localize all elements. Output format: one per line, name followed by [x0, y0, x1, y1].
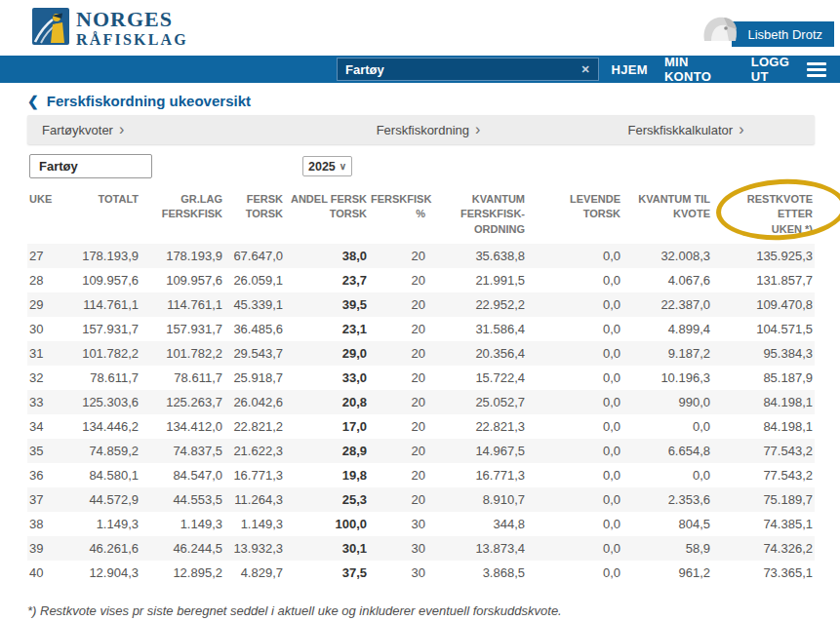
- cell-grlag: 78.611,7: [140, 366, 224, 390]
- cell-kvantum_ordning: 31.586,4: [427, 317, 527, 341]
- year-select[interactable]: 2025 ∨: [302, 156, 352, 176]
- table-row: 381.149,31.149,31.149,3100,030344,80,080…: [27, 512, 815, 536]
- cell-fersk_torsk: 11.264,3: [224, 487, 285, 512]
- cell-kvantum_kvote: 10.196,3: [622, 366, 712, 390]
- cell-kvantum_ordning: 13.873,4: [427, 536, 527, 561]
- cell-uke: 37: [27, 487, 57, 512]
- table-row: 3278.611,778.611,725.918,733,02015.722,4…: [27, 366, 815, 390]
- cell-prosent: 20: [369, 268, 427, 292]
- cell-levende: 0,0: [527, 341, 622, 366]
- table-row: 3744.572,944.553,511.264,325,3208.910,70…: [27, 487, 815, 512]
- cell-levende: 0,0: [527, 512, 622, 536]
- cell-levende: 0,0: [527, 536, 622, 561]
- cell-kvantum_kvote: 961,2: [622, 561, 712, 585]
- user-badge[interactable]: Lisbeth Drotz: [699, 14, 834, 47]
- search-clear-icon[interactable]: ✕: [580, 63, 589, 76]
- column-header-uke: UKE: [27, 189, 57, 244]
- cell-kvantum_kvote: 2.353,6: [622, 487, 712, 512]
- cell-uke: 34: [27, 414, 57, 439]
- column-header-andel: ANDEL FERSK TORSK: [285, 189, 369, 244]
- cell-restkvote: 84.198,1: [712, 414, 815, 439]
- table-row: 34134.446,2134.412,022.821,217,02022.821…: [27, 414, 815, 439]
- cell-totalt: 157.931,7: [57, 317, 140, 341]
- cell-levende: 0,0: [527, 463, 622, 487]
- menu-icon[interactable]: [807, 62, 826, 77]
- cell-grlag: 44.553,5: [140, 487, 224, 512]
- cell-fersk_torsk: 1.149,3: [224, 512, 285, 536]
- cell-fersk_torsk: 29.543,7: [224, 341, 285, 366]
- cell-restkvote: 104.571,5: [712, 317, 815, 341]
- cell-totalt: 84.580,1: [57, 463, 140, 487]
- tab-label: Ferskfiskkalkulator: [628, 123, 734, 137]
- cell-andel: 20,8: [285, 390, 369, 414]
- cell-grlag: 178.193,9: [140, 244, 224, 268]
- tab-ferskfiskkalkulator[interactable]: Ferskfiskkalkulator ›: [557, 115, 815, 144]
- cell-fersk_torsk: 21.622,3: [224, 439, 285, 463]
- fisherman-head-icon: [699, 14, 740, 49]
- cell-levende: 0,0: [527, 390, 622, 414]
- tab-ferskfiskordning[interactable]: Ferskfiskordning ›: [300, 115, 557, 144]
- cell-totalt: 1.149,3: [57, 512, 140, 536]
- tab-fartoykvoter[interactable]: Fartøykvoter ›: [27, 115, 300, 144]
- navbar: ✕ HJEM MIN KONTO LOGG UT: [0, 56, 840, 83]
- cell-restkvote: 77.543,2: [712, 463, 815, 487]
- cell-grlag: 109.957,6: [140, 268, 224, 292]
- tab-label: Ferskfiskordning: [377, 123, 469, 137]
- cell-fersk_torsk: 26.042,6: [224, 390, 285, 414]
- cell-andel: 25,3: [285, 487, 369, 512]
- cell-uke: 40: [27, 561, 57, 585]
- cell-restkvote: 74.326,2: [712, 536, 815, 561]
- nav-item-logg-ut[interactable]: LOGG UT: [751, 55, 807, 84]
- cell-totalt: 178.193,9: [57, 244, 140, 268]
- logo-line2: RÅFISKLAG: [76, 32, 188, 48]
- chevron-right-icon: ›: [119, 122, 124, 137]
- logo[interactable]: NORGES RÅFISKLAG: [32, 8, 188, 49]
- page-title-link[interactable]: Ferskfiskordning ukeoversikt: [47, 93, 251, 109]
- cell-totalt: 101.782,2: [57, 341, 140, 366]
- cell-uke: 32: [27, 366, 57, 390]
- cell-kvantum_kvote: 32.008,3: [622, 244, 712, 268]
- nav-item-min-konto[interactable]: MIN KONTO: [664, 55, 735, 84]
- table-row: 28109.957,6109.957,626.059,123,72021.991…: [27, 268, 815, 292]
- cell-levende: 0,0: [527, 366, 622, 390]
- cell-andel: 37,5: [285, 561, 369, 585]
- cell-totalt: 12.904,3: [57, 561, 140, 585]
- cell-uke: 38: [27, 512, 57, 536]
- cell-kvantum_kvote: 4.067,6: [622, 268, 712, 292]
- cell-levende: 0,0: [527, 292, 622, 317]
- cell-totalt: 44.572,9: [57, 487, 140, 512]
- chevron-left-icon: ❮: [27, 94, 39, 109]
- back-row[interactable]: ❮ Ferskfiskordning ukeoversikt: [27, 93, 840, 109]
- cell-fersk_torsk: 45.339,1: [224, 292, 285, 317]
- cell-restkvote: 109.470,8: [712, 292, 815, 317]
- cell-andel: 33,0: [285, 366, 369, 390]
- cell-kvantum_ordning: 15.722,4: [427, 366, 527, 390]
- table-head: UKETOTALTGR.LAG FERSKFISKFERSK TORSKANDE…: [27, 189, 815, 244]
- nav-item-hjem[interactable]: HJEM: [612, 62, 648, 77]
- cell-levende: 0,0: [527, 317, 622, 341]
- cell-uke: 31: [27, 341, 57, 366]
- cell-uke: 29: [27, 292, 57, 317]
- cell-restkvote: 73.365,1: [712, 561, 815, 585]
- cell-kvantum_ordning: 344,8: [427, 512, 527, 536]
- cell-kvantum_kvote: 58,9: [622, 536, 712, 561]
- cell-fersk_torsk: 36.485,6: [224, 317, 285, 341]
- column-header-prosent: FERSKFISK %: [369, 189, 427, 244]
- cell-prosent: 20: [369, 463, 427, 487]
- cell-kvantum_kvote: 6.654,8: [622, 439, 712, 463]
- cell-levende: 0,0: [527, 561, 622, 585]
- table-row: 33125.303,6125.263,726.042,620,82025.052…: [27, 390, 815, 414]
- column-header-levende: LEVENDE TORSK: [527, 189, 622, 244]
- weekly-overview-table: UKETOTALTGR.LAG FERSKFISKFERSK TORSKANDE…: [27, 189, 815, 585]
- cell-prosent: 20: [369, 244, 427, 268]
- column-header-totalt: TOTALT: [57, 189, 140, 244]
- search-input[interactable]: [345, 62, 580, 77]
- cell-restkvote: 84.198,1: [712, 390, 815, 414]
- cell-grlag: 84.547,0: [140, 463, 224, 487]
- cell-restkvote: 131.857,7: [712, 268, 815, 292]
- cell-andel: 19,8: [285, 463, 369, 487]
- cell-uke: 30: [27, 317, 57, 341]
- logo-line1: NORGES: [76, 9, 188, 30]
- vessel-input[interactable]: [29, 154, 152, 178]
- cell-kvantum_kvote: 22.387,0: [622, 292, 712, 317]
